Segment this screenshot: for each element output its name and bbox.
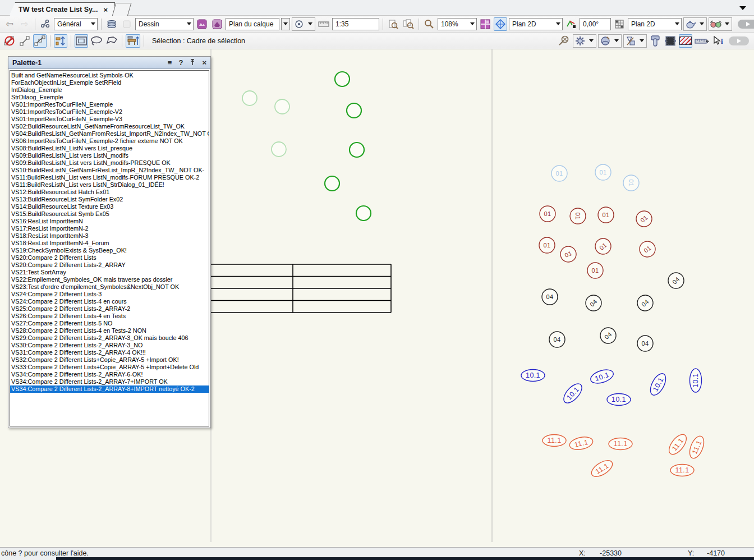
symbol-04[interactable]: 04 [582,292,605,314]
palette-menu-icon[interactable]: ≡ [168,59,172,66]
list-item[interactable]: VS34:Compare 2 Different Lists-2_ARRAY-8… [10,385,209,393]
list-item[interactable]: VS13:BuildResourceList SymFolder Ex02 [10,196,209,203]
symbol-10.1[interactable]: 10.1 [607,394,631,406]
list-item[interactable]: VS20:Compare 2 Different Lists [10,254,209,261]
list-item[interactable]: VS19:CheckSymbolExists & SysBeep_OK! [10,247,209,254]
component-button[interactable] [624,34,637,48]
green-circle[interactable] [335,72,350,86]
list-item[interactable]: VS26:Compare 2 Different Lists-4 en Test… [10,313,209,320]
rotation-angle-field[interactable]: 0,00° [580,18,611,30]
list-item[interactable]: VS09:BuildResListN_List vers ListN_modif… [10,152,209,159]
symbol-01[interactable]: 01 [598,207,614,223]
tab-document[interactable]: TW test Create List Sy... × [9,2,115,16]
green-circle[interactable] [350,143,364,157]
cursor-info-button[interactable]: i [711,34,725,48]
green-circle[interactable] [325,176,339,191]
symbol-04[interactable]: 04 [634,292,656,314]
constrain-mode-button[interactable] [54,34,67,48]
symbol-01[interactable]: 01 [623,175,639,191]
list-item[interactable]: ForEachObjectInList_Exemple SetRField [10,79,209,86]
settings-button[interactable] [573,34,587,48]
list-item[interactable]: VS27:Compare 2 Different Lists-5 NO [10,320,209,327]
back-button[interactable]: ⇦ [3,17,16,31]
symbol-01[interactable]: 01 [592,235,614,257]
symbol-10.1[interactable]: 10.1 [521,370,545,382]
symbol-01[interactable]: 01 [633,208,655,229]
list-item[interactable]: VS06:ImportResToCurFileN_Exemple-2 fichi… [10,137,209,145]
symbol-01[interactable]: 01 [539,237,555,253]
symbol-11.1[interactable]: 11.1 [666,432,689,457]
list-item[interactable]: VS22:Empilement_Symboles_OK mais travers… [10,276,209,283]
palette-window[interactable]: Palette-1 ≡ ? × Built and GetNameResourc… [8,56,211,428]
forward-button[interactable]: ⇨ [18,17,31,31]
visualization-button[interactable] [709,17,723,31]
symbol-04[interactable]: 04 [665,269,687,292]
symbol-11.1[interactable]: 11.1 [609,438,632,450]
list-item[interactable]: IntDialog_Exemple [10,86,209,94]
snap-disable-button[interactable] [3,34,16,48]
palette-close-icon[interactable]: × [202,59,206,66]
symbol-10.1[interactable]: 10.1 [647,371,669,398]
layers-button[interactable] [105,17,118,31]
palette-pin-icon[interactable] [190,59,195,67]
symbol-01[interactable]: 01 [540,206,555,222]
list-item[interactable]: VS28:Compare 2 Different Lists-4 en Test… [10,327,209,334]
symbol-10.1[interactable]: 10.1 [560,380,585,406]
symbol-04[interactable]: 04 [637,336,653,351]
list-item[interactable]: VS18:ResList ImportItemN-4_Forum [10,240,209,247]
table-selection-mode-button[interactable] [126,34,140,48]
worksheet-table[interactable] [200,264,391,313]
class-options-button[interactable] [210,17,224,31]
list-item[interactable]: VS14:BuildResourceList Texture Ex03 [10,203,209,210]
list-item[interactable]: VS17:ResList ImportItemN-2 [10,225,209,232]
texture-button[interactable] [599,34,612,48]
list-item[interactable]: VS02:BuildResourceListN_GetNameFromResou… [10,123,209,130]
list-item[interactable]: VS31:Compare 2 Different Lists-2_ARRAY-4… [10,349,209,356]
working-plane-combo[interactable]: Plan du calque [226,18,279,30]
projection-combo[interactable]: Plan 2D [628,18,682,30]
reference-marker-dropdown[interactable] [306,17,315,31]
green-circle[interactable] [347,103,361,118]
symbol-01[interactable]: 01 [587,263,603,278]
green-circle-pale[interactable] [272,142,286,157]
green-circle-pale[interactable] [275,99,289,114]
link-button[interactable] [649,34,662,48]
polygon-lasso-mode-button[interactable] [105,34,118,48]
list-item[interactable]: VS29:Compare 2 Different Lists-2_ARRAY-3… [10,334,209,342]
list-item[interactable]: VS16:ResList ImportItemN [10,218,209,225]
green-circle-pale[interactable] [242,91,257,105]
texture-dropdown[interactable] [612,34,621,48]
toolbar2-overflow-button[interactable] [729,36,749,45]
zoom-level-combo[interactable]: 108% [438,18,477,30]
render-mode-button[interactable] [684,17,697,31]
layer-options-button[interactable] [120,17,134,31]
list-item[interactable]: VS33:Compare 2 Different Lists+Copie_ARR… [10,364,209,371]
symbol-01[interactable]: 01 [637,238,659,260]
class-combo[interactable]: Dessin [135,18,194,30]
symbol-01[interactable]: 01 [570,208,586,224]
visualization-dropdown[interactable] [723,17,732,31]
list-item[interactable]: VS20:Compare 2 Different Lists-2_ARRAY [10,261,209,269]
snap-multi-button[interactable] [33,34,47,48]
symbol-04[interactable]: 04 [542,289,558,305]
list-item[interactable]: VS30:Compare 2 Different Lists-2_ARRAY-3… [10,342,209,349]
list-item[interactable]: VS32:Compare 2 Different Lists+Copie_ARR… [10,356,209,364]
lasso-mode-button[interactable] [90,34,103,48]
list-item[interactable]: VS12:BuildResourceList Hatch Ex01 [10,189,209,196]
symbol-11.1[interactable]: 11.1 [589,457,615,480]
list-item[interactable]: VS08:BuildResListN_ListN vers List_presq… [10,145,209,152]
list-item[interactable]: VS23:Test d'ordre d'empilement_Symboles&… [10,283,209,291]
xray-select-button[interactable] [558,34,571,48]
list-item[interactable]: VS09:BuildResListN_List vers ListN_modif… [10,159,209,167]
scale-field[interactable]: 1:35 [332,18,379,30]
reference-marker-button[interactable] [292,17,306,31]
layer-scale-button[interactable] [317,17,330,31]
working-plane-dropdown-button[interactable] [281,18,290,30]
current-view-combo[interactable]: Plan 2D [509,18,563,30]
toolbar1-overflow-button[interactable] [738,20,754,29]
list-item[interactable]: Built and GetNameResourceList Symbols-OK [10,72,209,79]
snap-single-button[interactable] [18,34,31,48]
list-item[interactable]: VS04:BuildResListN_GetNamFromResList_Imp… [10,130,209,137]
grid-settings-button[interactable] [613,17,626,31]
symbol-10.1[interactable]: 10.1 [690,369,702,392]
